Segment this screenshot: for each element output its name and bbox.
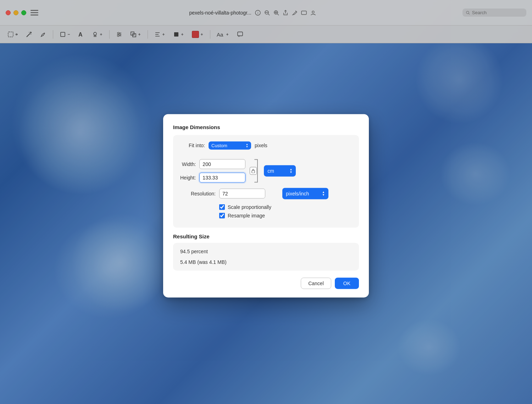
fit-into-row: Fit into: Custom ▲ ▼ pixels — [180, 141, 352, 149]
svg-rect-38 — [252, 171, 255, 173]
scale-proportionally-row: Scale proportionally — [180, 204, 352, 210]
fit-into-unit: pixels — [255, 143, 267, 148]
dimensions-section-box: Fit into: Custom ▲ ▼ pixels Width: — [173, 135, 359, 227]
resample-image-row: Resample image — [180, 213, 352, 218]
resolution-unit-select[interactable]: pixels/inch ▲ ▼ — [282, 188, 328, 199]
fit-into-select[interactable]: Custom ▲ ▼ — [209, 141, 251, 149]
result-size: 5.4 MB (was 4.1 MB) — [180, 259, 352, 265]
unit-select-button[interactable]: cm ▲ ▼ — [264, 165, 296, 177]
unit-chevrons: ▲ ▼ — [289, 168, 292, 174]
scale-proportionally-label: Scale proportionally — [228, 204, 271, 210]
dialog-buttons: Cancel OK — [173, 278, 359, 289]
resulting-size-box: 94.5 percent 5.4 MB (was 4.1 MB) — [173, 243, 359, 271]
scale-proportionally-checkbox[interactable] — [219, 204, 225, 210]
res-unit-chevrons: ▲ ▼ — [322, 191, 325, 197]
cancel-button[interactable]: Cancel — [301, 278, 331, 289]
height-label: Height: — [180, 175, 196, 181]
height-input[interactable] — [199, 173, 245, 183]
fit-into-label: Fit into: — [180, 143, 205, 148]
width-label: Width: — [182, 161, 196, 167]
fit-into-select-wrapper: Custom ▲ ▼ — [209, 141, 251, 149]
width-input[interactable] — [199, 159, 245, 169]
fit-into-value: Custom — [211, 143, 227, 148]
resample-image-checkbox[interactable] — [219, 213, 225, 218]
dialog-title: Image Dimensions — [173, 124, 359, 130]
lock-icon[interactable] — [250, 167, 257, 175]
unit-value: cm — [267, 168, 274, 174]
resulting-size-title: Resulting Size — [173, 233, 359, 239]
ok-button[interactable]: OK — [335, 278, 359, 289]
lock-bracket — [250, 157, 260, 185]
result-percent: 94.5 percent — [180, 249, 352, 254]
resolution-unit-value: pixels/inch — [286, 191, 309, 197]
resolution-input[interactable] — [219, 189, 265, 199]
image-dimensions-dialog: Image Dimensions Fit into: Custom ▲ ▼ pi… — [163, 114, 369, 297]
resolution-label: Resolution: — [180, 191, 216, 197]
resample-image-label: Resample image — [228, 213, 265, 218]
fit-into-chevrons: ▲ ▼ — [246, 143, 248, 148]
